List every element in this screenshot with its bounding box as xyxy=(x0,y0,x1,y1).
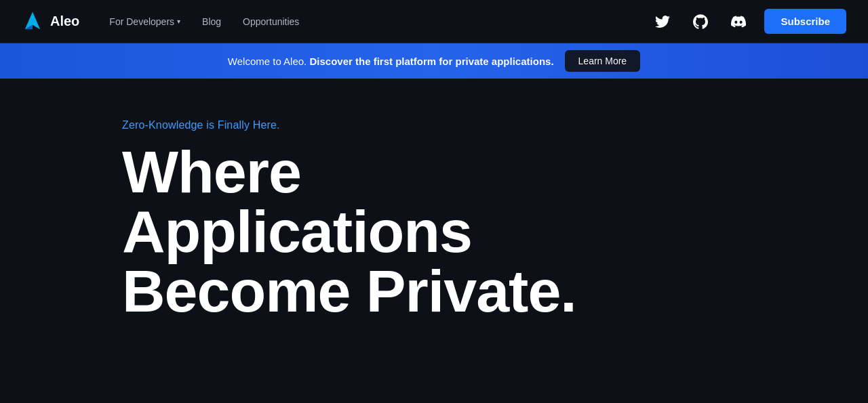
announcement-banner: Welcome to Aleo. Discover the first plat… xyxy=(0,43,868,79)
twitter-icon xyxy=(655,14,670,29)
subscribe-button[interactable]: Subscribe xyxy=(764,9,846,34)
chevron-down-icon: ▾ xyxy=(177,18,180,25)
aleo-logo-icon xyxy=(22,11,43,33)
banner-text-bold: Discover the first platform for private … xyxy=(309,56,553,67)
navbar-right: Subscribe xyxy=(650,9,846,34)
nav-link-blog[interactable]: Blog xyxy=(194,11,229,33)
banner-text-normal: Welcome to Aleo. xyxy=(228,56,307,67)
nav-link-opportunities[interactable]: Opportunities xyxy=(235,11,307,33)
navbar-left: Aleo For Developers ▾ Blog Opportunities xyxy=(22,11,307,33)
logo-text: Aleo xyxy=(50,14,79,29)
hero-title-line1: Where xyxy=(122,138,301,205)
twitter-link[interactable] xyxy=(650,9,675,34)
discord-link[interactable] xyxy=(726,9,751,34)
nav-link-developers[interactable]: For Developers ▾ xyxy=(101,11,189,33)
github-link[interactable] xyxy=(688,9,713,34)
hero-title: Where Applications Become Private. xyxy=(122,142,868,321)
discord-icon xyxy=(731,14,746,29)
hero-title-line3: Become Private. xyxy=(122,257,576,324)
nav-links: For Developers ▾ Blog Opportunities xyxy=(101,11,307,33)
banner-message: Welcome to Aleo. Discover the first plat… xyxy=(228,56,554,67)
hero-title-line2: Applications xyxy=(122,198,472,265)
hero-subtitle: Zero-Knowledge is Finally Here. xyxy=(122,119,868,131)
github-icon xyxy=(693,14,708,29)
logo[interactable]: Aleo xyxy=(22,11,79,33)
hero-section: Zero-Knowledge is Finally Here. Where Ap… xyxy=(0,79,868,403)
navbar: Aleo For Developers ▾ Blog Opportunities xyxy=(0,0,868,43)
learn-more-button[interactable]: Learn More xyxy=(565,50,641,72)
